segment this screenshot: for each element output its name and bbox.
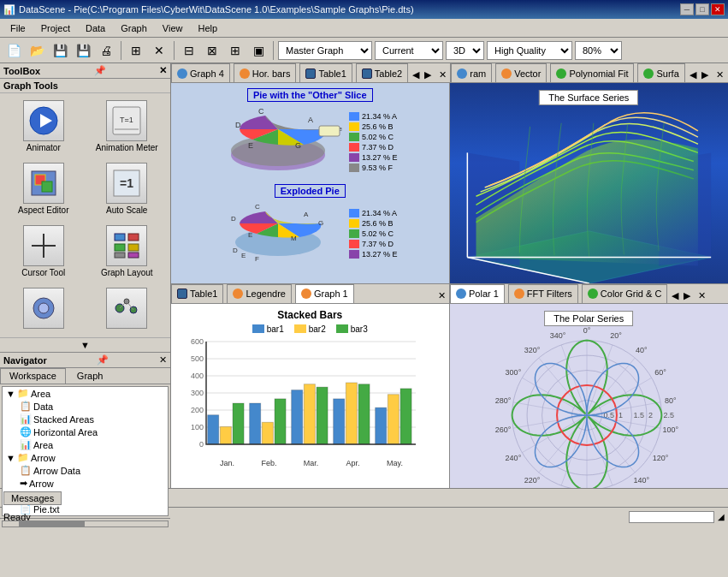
folder-icon: 📁: [17, 388, 29, 399]
new-button[interactable]: 📄: [3, 40, 24, 61]
menu-graph[interactable]: Graph: [114, 21, 154, 35]
tab-ram[interactable]: ram: [451, 63, 492, 82]
graph-layout-label: Graph Layout: [101, 268, 153, 277]
svg-text:E: E: [248, 141, 253, 150]
tree-node-arrow2[interactable]: ➡ Arrow: [3, 477, 168, 490]
tab-table1-top[interactable]: Table1: [299, 63, 352, 82]
tab-scroll-right2[interactable]: ◀: [687, 68, 699, 82]
tab-scroll-right3[interactable]: ▶: [699, 68, 711, 82]
tab-surfa[interactable]: Surfa: [637, 63, 684, 82]
close-button[interactable]: ✕: [711, 3, 725, 15]
tree-node-horizontal-area[interactable]: 🌐 Horizontal Area: [3, 425, 168, 438]
globe-icon: 🌐: [20, 426, 32, 437]
folder-icon2: 📁: [17, 452, 29, 463]
open-button[interactable]: 📂: [27, 40, 47, 61]
navigator-close[interactable]: ✕: [159, 354, 167, 366]
polar-chart-canvas: [450, 304, 724, 488]
tab-vector[interactable]: Vector: [495, 63, 547, 82]
svg-text:D: D: [235, 121, 241, 129]
animator-tool[interactable]: Animator: [3, 97, 84, 156]
toolbox-title: ToolBox: [3, 66, 40, 76]
layout-button[interactable]: ⊟: [179, 40, 199, 61]
navigator-title: Navigator: [3, 355, 47, 366]
toolbox-close[interactable]: ✕: [159, 65, 167, 76]
split-button[interactable]: ⊠: [202, 40, 222, 61]
titlebar: 📊 DataScene - Pie(C:\Program Files\Cyber…: [0, 0, 728, 19]
tree-node-stacked-areas[interactable]: 📊 Stacked Areas: [3, 413, 168, 425]
auto-scale-tool[interactable]: =1 Auto Scale: [87, 159, 168, 218]
single-button[interactable]: ▣: [248, 40, 269, 61]
resize-grip[interactable]: ◢: [718, 512, 725, 521]
menu-help[interactable]: Help: [191, 21, 224, 35]
tab-close-right[interactable]: ✕: [713, 68, 727, 82]
maximize-button[interactable]: □: [695, 3, 709, 15]
save-button[interactable]: 💾: [50, 40, 70, 61]
menu-file[interactable]: File: [3, 21, 33, 35]
tab-poly-fit[interactable]: Polynomial Fit: [550, 63, 634, 82]
table-button[interactable]: ⊞: [126, 40, 146, 61]
tab-graph4[interactable]: Graph 4: [171, 63, 230, 82]
quality-select[interactable]: High Quality: [487, 41, 572, 60]
tree-node-arrow[interactable]: ▼ 📁 Arrow: [3, 451, 168, 464]
nav-tab-graph[interactable]: Graph: [68, 368, 113, 384]
tab-graph4-icon: [177, 68, 187, 79]
tab-close-bottom-left[interactable]: ✕: [435, 288, 449, 303]
tab-scroll-right[interactable]: ▶: [422, 68, 434, 82]
tab-polar1[interactable]: Polar 1: [450, 284, 505, 303]
polar-title: The Polar Series: [544, 311, 633, 326]
toolbox-scroll-down[interactable]: ▼: [0, 337, 170, 352]
current-select[interactable]: Current: [375, 41, 443, 60]
menu-view[interactable]: View: [156, 21, 190, 35]
master-graph-select[interactable]: Master Graph: [278, 41, 372, 60]
tree-node-data[interactable]: 📋 Data: [3, 400, 168, 413]
grid-button[interactable]: ⊞: [225, 40, 246, 61]
delete-button[interactable]: ✕: [149, 40, 169, 61]
navigator-pin[interactable]: 📌: [97, 354, 109, 366]
tab-table2[interactable]: Table2: [356, 63, 408, 82]
toolbox-pin[interactable]: 📌: [94, 65, 106, 76]
svg-text:A: A: [308, 116, 313, 124]
minimize-button[interactable]: ─: [680, 3, 694, 15]
tab-hor-bars[interactable]: Hor. bars: [234, 63, 297, 82]
pie-legend: 21.34 % A 25.6 % B 5.02 % C 7.37 % D 13.…: [349, 112, 398, 172]
tab-vector-label: Vector: [514, 68, 541, 79]
tab-scroll-r4[interactable]: ◀: [669, 288, 681, 303]
tree-scrollbar[interactable]: [0, 518, 170, 528]
svg-point-19: [38, 303, 49, 313]
tab-fft[interactable]: FFT Filters: [508, 284, 578, 303]
menu-project[interactable]: Project: [34, 21, 77, 35]
tab-close-left[interactable]: ✕: [435, 68, 450, 82]
tab-table1-icon: [305, 68, 316, 79]
tab-close-bottom-right[interactable]: ✕: [695, 288, 709, 303]
aspect-editor-label: Aspect Editor: [18, 205, 68, 215]
messages-tab[interactable]: Messages: [3, 491, 62, 505]
graph-layout-tool[interactable]: Graph Layout: [87, 222, 168, 281]
tool8[interactable]: [87, 284, 168, 334]
tree-node-area2[interactable]: 📊 Area: [3, 438, 168, 451]
tree-node-area[interactable]: ▼ 📁 Area: [3, 387, 168, 400]
tab-legendre[interactable]: Legendre: [227, 284, 292, 303]
tab-color-grid[interactable]: Color Grid & C: [582, 284, 668, 303]
menu-data[interactable]: Data: [79, 21, 112, 35]
svg-rect-15: [128, 244, 139, 251]
cursor-tool[interactable]: Cursor Tool: [3, 222, 84, 281]
nav-tab-workspace[interactable]: Workspace: [0, 368, 66, 384]
tree-node-arrow-data[interactable]: 📋 Arrow Data: [3, 464, 168, 477]
zoom-select[interactable]: 80%: [575, 41, 622, 60]
tab-hor-bars-label: Hor. bars: [252, 68, 291, 79]
exploded-legend: 21.34 % A 25.6 % B 5.02 % C 7.37 % D 13.…: [349, 209, 398, 259]
tab-graph1[interactable]: Graph 1: [295, 284, 354, 303]
save-all-button[interactable]: 💾: [73, 40, 93, 61]
animation-meter-tool[interactable]: T=1 Animation Meter: [87, 97, 168, 156]
tab-table1-bottom[interactable]: Table1: [171, 284, 223, 303]
surface-title: The Surface Series: [539, 90, 638, 105]
print-button[interactable]: 🖨: [96, 40, 116, 61]
view-3d-select[interactable]: 3D: [446, 41, 484, 60]
aspect-editor-tool[interactable]: Aspect Editor: [3, 159, 84, 218]
top-graph-panels: Pie with the "Other" Slice: [171, 83, 728, 284]
tab-scroll-left[interactable]: ◀: [410, 68, 422, 82]
tab-scroll-r5[interactable]: ▶: [681, 288, 693, 303]
tool7[interactable]: [3, 284, 84, 334]
animation-meter-label: Animation Meter: [96, 143, 158, 152]
svg-text:T=1: T=1: [120, 116, 133, 124]
